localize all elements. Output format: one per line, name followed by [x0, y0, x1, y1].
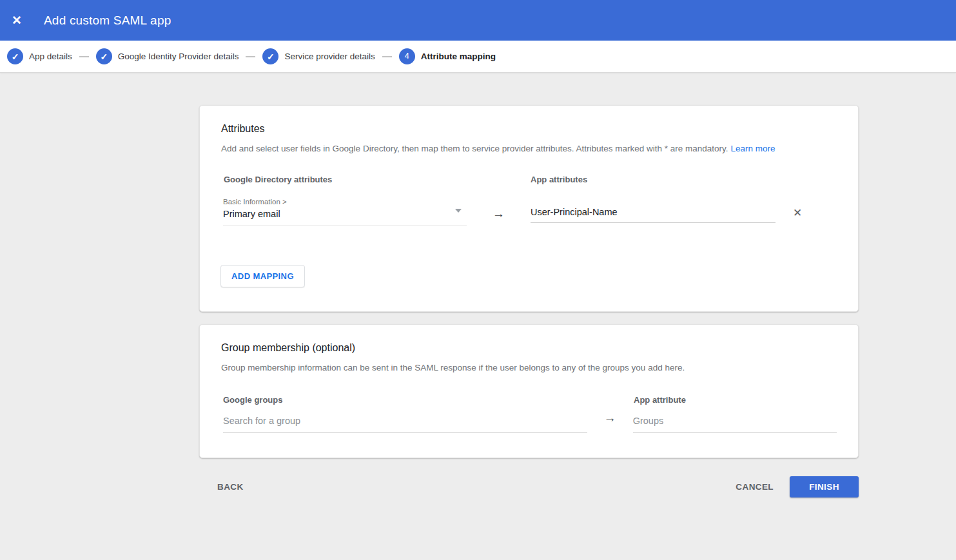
select-category-label: Basic Information >	[223, 198, 467, 206]
attributes-description-text: Add and select user fields in Google Dir…	[221, 144, 728, 153]
step-service-provider-details[interactable]: ✓ Service provider details	[262, 48, 375, 64]
cancel-button[interactable]: CANCEL	[736, 482, 774, 492]
back-button[interactable]: BACK	[217, 482, 244, 492]
check-icon: ✓	[100, 52, 108, 61]
step-google-idp-details[interactable]: ✓ Google Identity Provider details	[96, 48, 239, 64]
attribute-mapping-row: Basic Information > Primary email → ✕	[221, 198, 837, 226]
step-app-details[interactable]: ✓ App details	[7, 48, 72, 64]
maps-to-arrow-icon: →	[587, 411, 633, 433]
add-mapping-button[interactable]: ADD MAPPING	[220, 265, 305, 287]
google-directory-attribute-select[interactable]: Basic Information > Primary email	[223, 198, 467, 226]
step-connector	[79, 56, 89, 57]
step-number: 4	[405, 52, 409, 61]
attributes-card-title: Attributes	[221, 123, 837, 135]
app-attribute-header: App attribute	[634, 395, 686, 405]
app-attributes-header: App attributes	[531, 175, 587, 184]
finish-button[interactable]: FINISH	[790, 476, 859, 497]
step-connector	[382, 56, 392, 57]
check-icon: ✓	[267, 52, 275, 61]
step-complete-icon: ✓	[262, 48, 278, 64]
step-attribute-mapping[interactable]: 4 Attribute mapping	[399, 48, 496, 64]
attributes-card: Attributes Add and select user fields in…	[199, 105, 859, 312]
mapping-column-headers: Google Directory attributes App attribut…	[221, 175, 837, 184]
google-directory-attributes-header: Google Directory attributes	[224, 175, 531, 184]
app-attribute-input[interactable]	[531, 204, 776, 223]
step-label: App details	[29, 52, 72, 61]
wizard-stepper: ✓ App details ✓ Google Identity Provider…	[0, 41, 956, 73]
select-value: Primary email	[223, 209, 467, 219]
step-label: Service provider details	[284, 52, 375, 61]
attributes-card-description: Add and select user fields in Google Dir…	[221, 144, 837, 153]
group-search-input[interactable]	[223, 412, 587, 433]
close-icon[interactable]: ✕	[12, 14, 27, 26]
main-content: Attributes Add and select user fields in…	[0, 73, 956, 497]
step-complete-icon: ✓	[96, 48, 112, 64]
dropdown-arrow-icon	[455, 209, 462, 213]
learn-more-link[interactable]: Learn more	[730, 144, 775, 153]
maps-to-arrow-icon: →	[467, 207, 531, 221]
group-card-description: Group membership information can be sent…	[221, 363, 837, 372]
step-label: Google Identity Provider details	[118, 52, 239, 61]
step-number-icon: 4	[399, 48, 415, 64]
group-membership-card: Group membership (optional) Group member…	[199, 324, 859, 458]
remove-mapping-icon[interactable]: ✕	[793, 208, 802, 218]
wizard-footer: BACK CANCEL FINISH	[199, 476, 859, 497]
footer-right-actions: CANCEL FINISH	[736, 476, 859, 497]
step-connector	[246, 56, 255, 57]
step-complete-icon: ✓	[7, 48, 23, 64]
check-icon: ✓	[12, 52, 19, 61]
step-label: Attribute mapping	[421, 52, 496, 61]
group-column-headers: Google groups App attribute	[221, 395, 837, 405]
group-mapping-row: →	[221, 411, 837, 433]
google-groups-header: Google groups	[223, 395, 634, 405]
dialog-title: Add custom SAML app	[44, 14, 171, 28]
group-card-title: Group membership (optional)	[221, 342, 837, 354]
dialog-header: ✕ Add custom SAML app	[0, 0, 956, 41]
groups-attribute-input[interactable]	[633, 412, 837, 433]
